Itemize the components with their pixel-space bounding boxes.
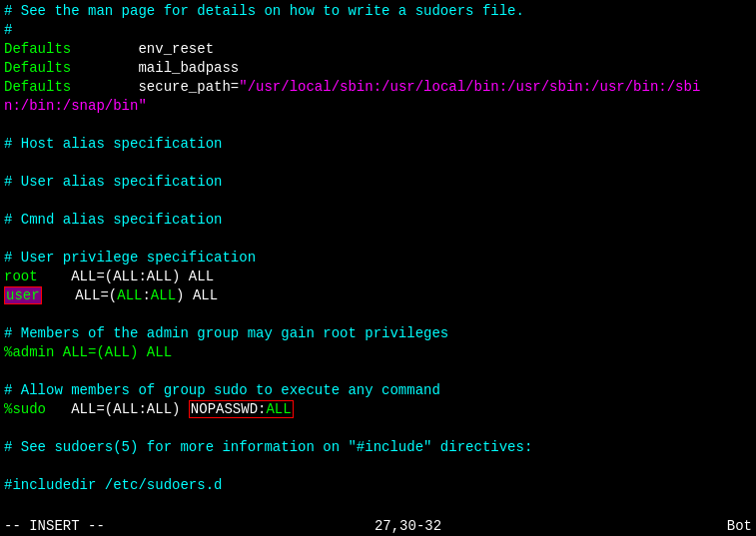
line-3: Defaults env_reset	[4, 40, 752, 59]
line-16-user: user ALL=(ALL:ALL) ALL	[4, 286, 752, 305]
line-14: # User privilege specification	[4, 249, 752, 268]
line-25	[4, 457, 752, 476]
line-23	[4, 419, 752, 438]
line-20	[4, 362, 752, 381]
line-22-sudo: %sudo ALL=(ALL:ALL) NOPASSWD:ALL	[4, 400, 752, 419]
line-9	[4, 154, 752, 173]
line-21: # Allow members of group sudo to execute…	[4, 381, 752, 400]
line-10: # User alias specification	[4, 173, 752, 192]
line-18: # Members of the admin group may gain ro…	[4, 324, 752, 343]
line-12: # Cmnd alias specification	[4, 211, 752, 230]
line-1: # See the man page for details on how to…	[4, 2, 752, 21]
line-24: # See sudoers(5) for more information on…	[4, 438, 752, 457]
vim-mode: -- INSERT --	[4, 517, 105, 536]
status-bar: -- INSERT -- 27,30-32 Bot	[0, 517, 756, 536]
line-17	[4, 305, 752, 324]
line-2: #	[4, 21, 752, 40]
line-19: %admin ALL=(ALL) ALL	[4, 343, 752, 362]
line-26: #includedir /etc/sudoers.d	[4, 476, 752, 495]
line-7	[4, 116, 752, 135]
vim-editor: # See the man page for details on how to…	[0, 0, 756, 536]
line-8: # Host alias specification	[4, 135, 752, 154]
line-15: root ALL=(ALL:ALL) ALL	[4, 268, 752, 286]
line-5: Defaults secure_path="/usr/local/sbin:/u…	[4, 78, 752, 97]
line-6: n:/bin:/snap/bin"	[4, 97, 752, 116]
vim-position: 27,30-32 Bot	[375, 517, 752, 536]
line-11	[4, 192, 752, 211]
line-4: Defaults mail_badpass	[4, 59, 752, 78]
line-13	[4, 230, 752, 249]
